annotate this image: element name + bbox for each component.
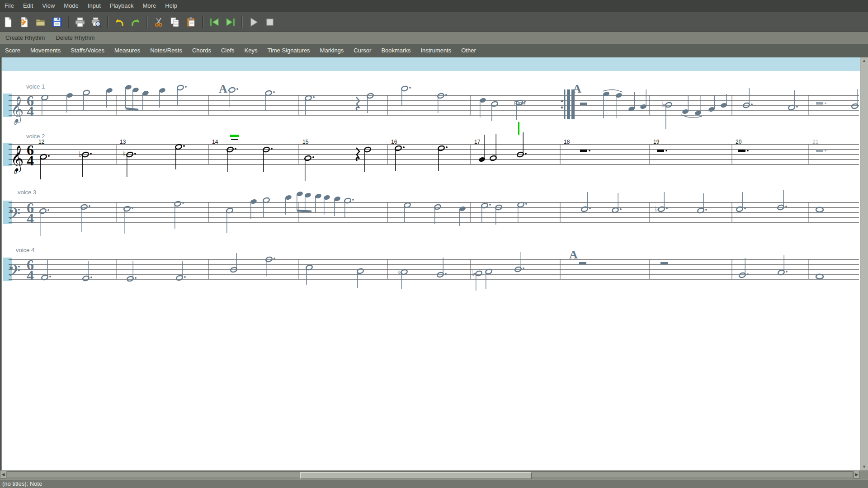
svg-text:𝄢: 𝄢 xyxy=(8,204,20,227)
measure-number-20: 20 xyxy=(736,139,742,145)
measure-number-19: 19 xyxy=(653,139,660,145)
staff-label: voice 1 xyxy=(26,83,45,90)
undo-icon[interactable] xyxy=(112,15,127,29)
menu-row-item-bookmarks[interactable]: Bookmarks xyxy=(376,44,415,57)
scroll-down-icon[interactable]: ▼ xyxy=(862,465,867,469)
copy-icon[interactable] xyxy=(167,15,183,29)
rehearsal-mark: A xyxy=(573,82,581,95)
staff-voice-2[interactable] xyxy=(3,132,859,181)
menubar-item-file[interactable]: File xyxy=(0,0,19,12)
menubar-item-playback[interactable]: Playback xyxy=(105,0,138,12)
menu-row-item-markings[interactable]: Markings xyxy=(315,44,349,57)
svg-text:♮: ♮ xyxy=(123,150,126,159)
svg-text:4: 4 xyxy=(27,152,34,169)
scroll-up-icon[interactable]: ▲ xyxy=(862,58,867,63)
svg-text:4: 4 xyxy=(27,267,34,283)
cut-icon[interactable] xyxy=(151,15,166,29)
staff-label: voice 3 xyxy=(18,189,36,196)
menu-row-item-measures[interactable]: Measures xyxy=(109,44,145,57)
menu-row-item-keys[interactable]: Keys xyxy=(240,44,263,57)
create-rhythm-button[interactable]: Create Rhythm xyxy=(0,32,50,44)
menu-row-item-instruments[interactable]: Instruments xyxy=(415,44,456,57)
new-score-icon[interactable] xyxy=(0,15,16,29)
fine-marking: Fine xyxy=(514,100,525,107)
new-with-tool-icon[interactable] xyxy=(17,15,32,29)
menubar-item-help[interactable]: Help xyxy=(160,0,182,12)
go-first-icon[interactable] xyxy=(207,15,222,29)
horizontal-scrollbar[interactable]: ◀ ▶ xyxy=(0,470,868,479)
hscroll-trough[interactable] xyxy=(7,471,853,478)
menu-row-item-notes-rests[interactable]: Notes/Rests xyxy=(145,44,187,57)
score-canvas[interactable]: voice 1𝄞864♭AAFinevoice 2𝄞86412131415161… xyxy=(1,57,860,470)
svg-text:𝄞: 𝄞 xyxy=(10,145,24,173)
status-text: (no titles): Note xyxy=(0,479,868,488)
menu-row-item-clefs[interactable]: Clefs xyxy=(216,44,240,57)
svg-text:♭: ♭ xyxy=(397,267,401,276)
delete-rhythm-button[interactable]: Delete Rhythm xyxy=(50,32,100,44)
svg-text:♭: ♭ xyxy=(472,268,476,277)
svg-text:4: 4 xyxy=(27,210,34,226)
menu-row-item-other[interactable]: Other xyxy=(456,44,481,57)
command-menu-row: ScoreMovementsStaffs/VoicesMeasuresNotes… xyxy=(0,44,868,57)
svg-text:𝄞: 𝄞 xyxy=(10,96,24,123)
scroll-right-icon[interactable]: ▶ xyxy=(854,471,860,479)
input-cursor xyxy=(230,122,519,140)
menubar-item-view[interactable]: View xyxy=(38,0,59,12)
save-icon[interactable] xyxy=(49,15,65,29)
svg-text:♭: ♭ xyxy=(662,100,665,109)
toolbar-separator xyxy=(107,16,108,28)
svg-text:𝄢: 𝄢 xyxy=(8,261,20,284)
main-toolbar xyxy=(0,12,868,32)
menu-row-item-score[interactable]: Score xyxy=(0,44,25,57)
measure-number-17: 17 xyxy=(474,139,481,145)
measure-number-21: 21 xyxy=(812,139,819,145)
status-bar: (no titles): Note xyxy=(0,479,868,488)
svg-text:8: 8 xyxy=(14,120,17,126)
go-last-icon[interactable] xyxy=(223,15,238,29)
print-icon[interactable] xyxy=(72,15,88,29)
rhythm-toolbar: Create Rhythm Delete Rhythm xyxy=(0,32,868,44)
score-svg: voice 1𝄞864♭AAFinevoice 2𝄞86412131415161… xyxy=(2,57,860,470)
play-icon[interactable] xyxy=(246,15,261,29)
menu-row-item-movements[interactable]: Movements xyxy=(25,44,66,57)
menubar-item-input[interactable]: Input xyxy=(83,0,105,12)
measure-number-14: 14 xyxy=(212,139,218,145)
svg-text:4: 4 xyxy=(27,103,34,119)
toolbar-separator xyxy=(202,16,203,28)
svg-text:8: 8 xyxy=(14,169,17,175)
menubar-item-edit[interactable]: Edit xyxy=(19,0,38,12)
toolbar-separator xyxy=(146,16,148,28)
staff-voice-4[interactable] xyxy=(3,252,859,291)
menu-row-item-cursor[interactable]: Cursor xyxy=(349,44,376,57)
staff-voice-3[interactable] xyxy=(3,190,859,236)
paste-icon[interactable] xyxy=(184,15,199,29)
measure-number-15: 15 xyxy=(302,139,309,145)
scroll-left-icon[interactable]: ◀ xyxy=(0,471,6,479)
menubar: FileEditViewModeInputPlaybackMoreHelp xyxy=(0,0,868,12)
toolbar-separator xyxy=(241,16,243,28)
redo-icon[interactable] xyxy=(128,15,143,29)
measure-number-16: 16 xyxy=(391,139,397,145)
stop-icon[interactable] xyxy=(262,15,278,29)
menu-row-item-staffs-voices[interactable]: Staffs/Voices xyxy=(66,44,109,57)
menu-row-item-chords[interactable]: Chords xyxy=(187,44,216,57)
staff-voice-1[interactable] xyxy=(3,84,859,129)
menubar-item-more[interactable]: More xyxy=(138,0,161,12)
staff-label: voice 4 xyxy=(16,247,34,253)
vertical-scrollbar[interactable]: ▲ ▼ xyxy=(860,57,868,470)
menubar-item-mode[interactable]: Mode xyxy=(59,0,83,12)
hscroll-handle[interactable] xyxy=(300,472,532,479)
menu-row-item-time-signatures[interactable]: Time Signatures xyxy=(262,44,315,57)
open-folder-icon[interactable] xyxy=(33,15,48,29)
svg-text:♭: ♭ xyxy=(655,204,658,213)
measure-number-13: 13 xyxy=(120,139,126,145)
measure-number-18: 18 xyxy=(564,139,570,145)
rehearsal-mark: A xyxy=(219,82,227,95)
print-preview-icon[interactable] xyxy=(89,15,104,29)
svg-text:♭: ♭ xyxy=(79,150,82,159)
measure-number-12: 12 xyxy=(38,139,45,145)
rehearsal-mark: A xyxy=(569,248,578,261)
toolbar-separator xyxy=(68,16,69,28)
